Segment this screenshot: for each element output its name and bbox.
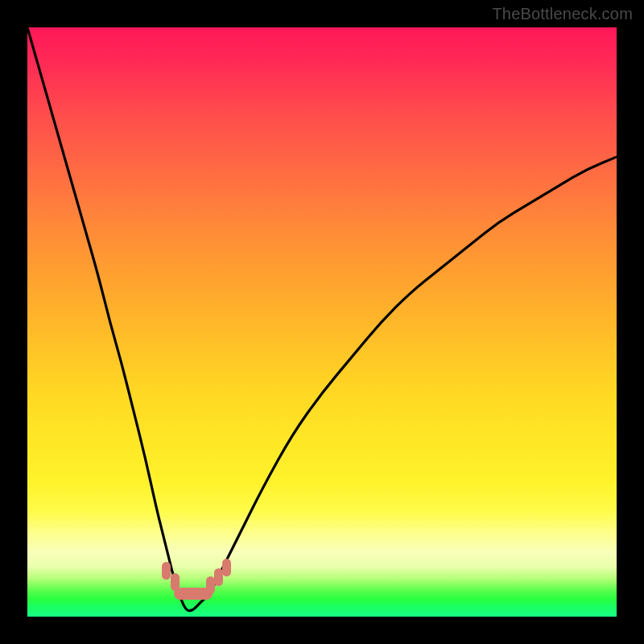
- chart-frame: TheBottleneck.com: [0, 0, 644, 644]
- valley-tick: [222, 559, 231, 576]
- watermark-text: TheBottleneck.com: [492, 5, 633, 23]
- plot-area: [27, 27, 617, 617]
- valley-ticks-group: [27, 27, 617, 617]
- valley-tick: [162, 562, 171, 580]
